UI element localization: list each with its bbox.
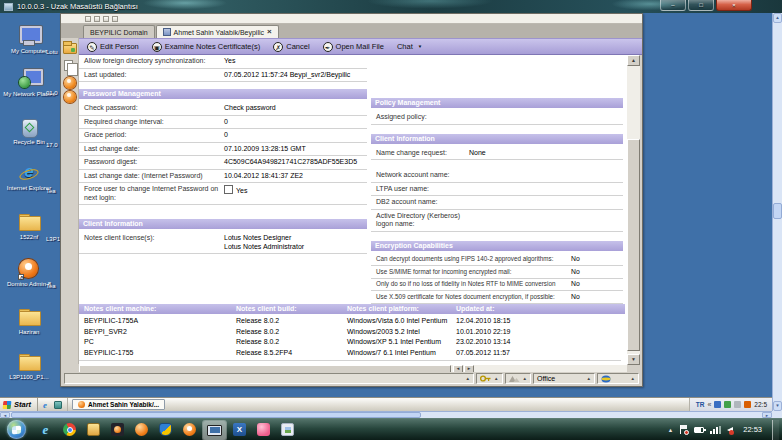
tray-icon-2[interactable] bbox=[724, 401, 731, 408]
partial-icon-label: Lotu bbox=[46, 49, 60, 55]
document-vertical-scrollbar[interactable]: ▲ ▼ bbox=[627, 55, 640, 365]
task-button-person-document[interactable]: Ahmet Sahin Yalabik/... bbox=[72, 399, 165, 410]
tray-icon-1[interactable] bbox=[714, 401, 721, 408]
window-controls: – □ × bbox=[660, 0, 752, 11]
replicator-icon[interactable] bbox=[64, 77, 76, 89]
tab-close-icon[interactable]: × bbox=[267, 28, 272, 36]
rdp-vertical-scrollbar[interactable]: ▲ ▼ bbox=[772, 13, 782, 411]
local-system-tray: ▲ 22:53 bbox=[668, 420, 779, 440]
field-label: Check password: bbox=[84, 104, 224, 113]
tab-beypilic-domain[interactable]: BEYPILIC Domain bbox=[83, 25, 155, 38]
copy-pages-icon[interactable] bbox=[64, 60, 73, 71]
section-header-client-information-right: Client Information bbox=[371, 134, 623, 144]
internet-explorer-icon[interactable] bbox=[39, 423, 52, 436]
folder-icon bbox=[18, 306, 40, 328]
expand-icon: ▲ bbox=[520, 376, 527, 381]
security-key-segment[interactable]: ▲ bbox=[476, 373, 502, 384]
field-label: Last change date: bbox=[84, 145, 224, 154]
scroll-up-icon[interactable]: ▲ bbox=[773, 13, 782, 23]
scroll-down-icon[interactable]: ▼ bbox=[627, 354, 640, 365]
scrollbar-thumb[interactable] bbox=[627, 139, 640, 351]
cell-build: Release 8.0.2 bbox=[231, 316, 342, 327]
volume-icon[interactable] bbox=[727, 427, 733, 433]
field-label: Force user to change Internet Password o… bbox=[84, 185, 224, 202]
action-button[interactable]: ✎ Edit Person bbox=[87, 42, 139, 52]
tray-expand-icon[interactable]: ▲ bbox=[668, 427, 673, 433]
language-indicator[interactable]: TR bbox=[696, 401, 705, 408]
media-player-icon[interactable] bbox=[111, 423, 124, 436]
section-header-password-management: Password Management bbox=[79, 89, 367, 99]
tray-icon-3[interactable] bbox=[734, 401, 741, 408]
homepage-icon[interactable] bbox=[64, 91, 76, 103]
field-value: No bbox=[571, 268, 623, 277]
scroll-up-icon[interactable]: ▲ bbox=[627, 55, 640, 66]
action-button[interactable]: Chat bbox=[397, 42, 422, 51]
tab-person-document[interactable]: Ahmet Sahin Yalabik/Beypilic × bbox=[156, 25, 279, 38]
action-button-icon: ✎ bbox=[87, 42, 97, 52]
show-desktop-button[interactable] bbox=[772, 420, 779, 440]
rdp-horizontal-scrollbar[interactable]: ◄ ► bbox=[0, 411, 772, 418]
action-button[interactable]: ✗ Cancel bbox=[273, 42, 309, 52]
quick-launch-show-desktop-icon[interactable] bbox=[54, 401, 62, 409]
network-signal-icon[interactable] bbox=[710, 426, 721, 434]
form-field-row: Notes client license(s): Lotus Notes Des… bbox=[79, 232, 367, 254]
action-button[interactable]: ▣ Examine Notes Certificate(s) bbox=[152, 42, 260, 52]
shortcut-arrow-icon: ↗ bbox=[18, 274, 24, 280]
desktop-icon-haziran[interactable]: Haziran bbox=[2, 306, 56, 336]
action-button-label: Open Mail File bbox=[336, 42, 384, 51]
signal-segment[interactable]: ▲ bbox=[505, 373, 531, 384]
remote-desktop-icon[interactable] bbox=[207, 425, 222, 436]
search-doc-icon[interactable] bbox=[94, 16, 100, 22]
status-message-segment[interactable]: ▲ bbox=[64, 373, 474, 384]
quick-launch-ie-icon[interactable]: e bbox=[43, 401, 51, 409]
action-button-label: Edit Person bbox=[100, 42, 139, 51]
start-orb[interactable] bbox=[7, 420, 26, 439]
photo-viewer-icon[interactable] bbox=[281, 423, 294, 436]
field-value: 4C509C64A949821741C2785ADF55E3D5 bbox=[224, 158, 367, 167]
table-bottom-separator bbox=[79, 360, 621, 361]
cell-build: Release 8.0.2 bbox=[231, 337, 342, 348]
app-orange-icon[interactable] bbox=[135, 423, 148, 436]
action-bar: ✎ Edit Person ▣ Examine Notes Certificat… bbox=[79, 38, 642, 55]
scrollbar-thumb[interactable] bbox=[773, 203, 782, 219]
spreadsheet-icon[interactable] bbox=[233, 423, 246, 436]
mute-badge bbox=[729, 430, 734, 435]
partial-icon-label: Tea bbox=[46, 188, 60, 194]
form-field-row: Last updated: 07.05.2012 11:57:24 Beypi_… bbox=[79, 69, 367, 83]
windows-flag-icon bbox=[3, 401, 12, 409]
location-segment[interactable]: Office ▲ bbox=[533, 373, 595, 384]
expand-icon: ▲ bbox=[628, 376, 635, 381]
replication-segment[interactable]: ▲ bbox=[597, 373, 639, 384]
document-icon[interactable] bbox=[112, 16, 118, 22]
search-icon[interactable] bbox=[85, 16, 91, 22]
action-button[interactable]: ✒ Open Mail File bbox=[323, 42, 384, 52]
maximize-button[interactable]: □ bbox=[688, 0, 714, 11]
close-button[interactable]: × bbox=[716, 0, 752, 11]
field-label: Allow foreign directory synchronization: bbox=[84, 57, 224, 66]
remote-clock: 22:5 bbox=[754, 401, 767, 408]
battery-icon[interactable] bbox=[694, 427, 704, 433]
remote-taskbar: Start e Ahmet Sahin Yalabik/... TR « 22:… bbox=[0, 397, 772, 411]
minimize-button[interactable]: – bbox=[660, 0, 686, 11]
quick-launch: e bbox=[38, 398, 68, 411]
clipboard-icon[interactable] bbox=[103, 16, 109, 22]
table-row: BEYPILIC-1755 Release 8.5.2FP4 Windows/7… bbox=[79, 348, 625, 359]
tray-chevron[interactable]: « bbox=[707, 401, 711, 408]
action-center-flag-icon[interactable] bbox=[679, 425, 688, 434]
chrome-icon[interactable] bbox=[63, 423, 76, 436]
local-clock[interactable]: 22:53 bbox=[743, 425, 762, 434]
form-field-row: DB2 account name: bbox=[371, 196, 623, 210]
file-explorer-icon[interactable] bbox=[87, 423, 100, 436]
table-row: PC Release 8.0.2 Windows/XP 5.1 Intel Pe… bbox=[79, 337, 625, 348]
security-shield-icon[interactable] bbox=[159, 423, 172, 436]
scroll-down-icon[interactable]: ▼ bbox=[773, 401, 782, 411]
start-button[interactable]: Start bbox=[0, 398, 38, 411]
desktop-icon-l3p1100[interactable]: L3P1100_P1... bbox=[2, 351, 56, 381]
form-field-row: Network account name: bbox=[371, 169, 623, 183]
app-pink-icon[interactable] bbox=[257, 423, 270, 436]
tray-icon-4[interactable] bbox=[744, 401, 751, 408]
action-button-label: Cancel bbox=[286, 42, 309, 51]
workspace-folder-icon[interactable] bbox=[63, 43, 77, 54]
domino-admin-icon[interactable] bbox=[183, 423, 196, 436]
internet-explorer-icon: e bbox=[18, 162, 40, 184]
